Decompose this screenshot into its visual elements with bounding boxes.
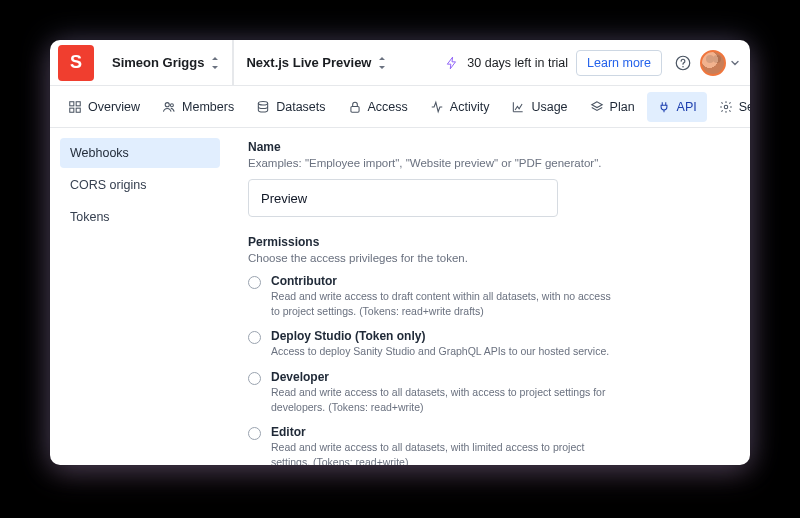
tab-label: Settings [739, 100, 750, 114]
sidebar-item-webhooks[interactable]: Webhooks [60, 138, 220, 168]
tab-activity[interactable]: Activity [420, 92, 500, 122]
body: Webhooks CORS origins Tokens Name Exampl… [50, 128, 750, 465]
activity-icon [430, 100, 444, 114]
user-switcher[interactable]: Simeon Griggs [100, 40, 233, 86]
tab-usage[interactable]: Usage [501, 92, 577, 122]
user-switcher-label: Simeon Griggs [112, 55, 204, 70]
content-panel: Name Examples: "Employee import", "Websi… [230, 128, 750, 465]
permissions-help: Choose the access privileges for the tok… [248, 252, 732, 264]
permission-option-developer[interactable]: Developer Read and write access to all d… [248, 370, 732, 415]
permission-desc: Read and write access to draft content w… [271, 289, 621, 319]
svg-point-6 [165, 102, 169, 106]
layers-icon [590, 100, 604, 114]
permission-desc: Read and write access to all datasets, w… [271, 440, 621, 465]
radio-icon [248, 276, 261, 289]
permission-title: Deploy Studio (Token only) [271, 329, 609, 343]
permissions-label: Permissions [248, 235, 732, 249]
bolt-icon [445, 56, 459, 70]
sidebar-item-tokens[interactable]: Tokens [60, 202, 220, 232]
permission-desc: Read and write access to all datasets, w… [271, 385, 621, 415]
permission-option-editor[interactable]: Editor Read and write access to all data… [248, 425, 732, 465]
trial-days-text: 30 days left in trial [467, 56, 568, 70]
gear-icon [719, 100, 733, 114]
svg-rect-4 [70, 108, 74, 112]
svg-rect-9 [350, 106, 358, 112]
tab-label: Overview [88, 100, 140, 114]
tabs-bar: Overview Members Datasets Access Activit… [50, 86, 750, 128]
tab-label: Datasets [276, 100, 325, 114]
permission-title: Editor [271, 425, 621, 439]
permissions-radio-group: Contributor Read and write access to dra… [248, 274, 732, 465]
svg-rect-5 [76, 108, 80, 112]
plug-icon [657, 100, 671, 114]
tab-label: Members [182, 100, 234, 114]
learn-more-button[interactable]: Learn more [576, 50, 662, 76]
users-icon [162, 100, 176, 114]
tab-datasets[interactable]: Datasets [246, 92, 335, 122]
tab-label: Plan [610, 100, 635, 114]
tab-overview[interactable]: Overview [58, 92, 150, 122]
tab-access[interactable]: Access [338, 92, 418, 122]
radio-icon [248, 372, 261, 385]
tab-label: Usage [531, 100, 567, 114]
tab-members[interactable]: Members [152, 92, 244, 122]
svg-point-8 [259, 101, 268, 105]
svg-point-1 [682, 66, 684, 68]
svg-rect-3 [76, 101, 80, 105]
svg-point-7 [171, 103, 174, 106]
project-switcher-label: Next.js Live Preview [246, 55, 371, 70]
chevron-down-icon [730, 54, 740, 72]
app-window: S Simeon Griggs Next.js Live Preview 30 … [50, 40, 750, 465]
name-input[interactable] [248, 179, 558, 217]
permission-desc: Access to deploy Sanity Studio and Graph… [271, 344, 609, 359]
tab-plan[interactable]: Plan [580, 92, 645, 122]
user-menu[interactable] [696, 50, 740, 76]
lock-icon [348, 100, 362, 114]
tab-label: Activity [450, 100, 490, 114]
tab-label: Access [368, 100, 408, 114]
sidebar-item-cors-origins[interactable]: CORS origins [60, 170, 220, 200]
app-logo[interactable]: S [58, 45, 94, 81]
sidebar: Webhooks CORS origins Tokens [50, 128, 230, 465]
svg-point-10 [724, 105, 728, 109]
radio-icon [248, 331, 261, 344]
help-button[interactable] [670, 50, 696, 76]
topbar: S Simeon Griggs Next.js Live Preview 30 … [50, 40, 750, 86]
svg-rect-2 [70, 101, 74, 105]
trial-status: 30 days left in trial Learn more [445, 50, 670, 76]
database-icon [256, 100, 270, 114]
permission-option-contributor[interactable]: Contributor Read and write access to dra… [248, 274, 732, 319]
avatar [700, 50, 726, 76]
select-icon [210, 56, 220, 70]
tab-label: API [677, 100, 697, 114]
help-icon [674, 54, 692, 72]
chart-icon [511, 100, 525, 114]
name-help: Examples: "Employee import", "Website pr… [248, 157, 732, 169]
tab-api[interactable]: API [647, 92, 707, 122]
permission-option-deploy[interactable]: Deploy Studio (Token only) Access to dep… [248, 329, 732, 359]
project-switcher[interactable]: Next.js Live Preview [233, 40, 399, 86]
tab-settings[interactable]: Settings [709, 92, 750, 122]
name-label: Name [248, 140, 732, 154]
select-icon [377, 56, 387, 70]
radio-icon [248, 427, 261, 440]
grid-icon [68, 100, 82, 114]
permission-title: Developer [271, 370, 621, 384]
permission-title: Contributor [271, 274, 621, 288]
